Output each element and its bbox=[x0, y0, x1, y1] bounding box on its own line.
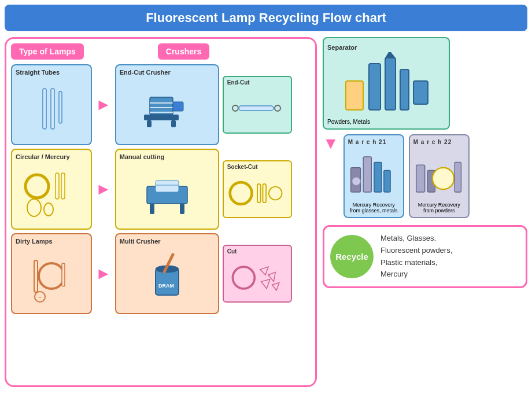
march21-icon bbox=[348, 146, 400, 202]
recycle-plastic: Plastic materials, bbox=[380, 258, 437, 267]
straight-tubes-icon bbox=[16, 77, 87, 141]
svg-rect-33 bbox=[156, 269, 179, 295]
svg-rect-43 bbox=[369, 64, 380, 110]
svg-point-27 bbox=[269, 186, 282, 200]
straight-tubes-label: Straight Tubes bbox=[16, 69, 60, 76]
separator-label: Separator bbox=[327, 44, 357, 51]
row-circular: Circular / Mercury bbox=[11, 149, 311, 230]
svg-marker-47 bbox=[385, 52, 396, 58]
svg-rect-42 bbox=[346, 81, 363, 110]
separator-sublabel: Powders, Metals bbox=[327, 119, 370, 125]
row-straight-tubes: Straight Tubes ► End-Cut Crusher bbox=[11, 64, 311, 145]
multi-crusher-icon: DRAM bbox=[120, 246, 215, 310]
recycle-items: Metals, Glasses, Fluorescent powders, Pl… bbox=[380, 233, 452, 281]
sub-cut: Cut bbox=[223, 245, 292, 303]
svg-rect-22 bbox=[156, 181, 179, 192]
svg-rect-30 bbox=[62, 263, 65, 286]
left-section: Type of Lamps Crushers Straight Tubes ► bbox=[5, 37, 317, 387]
cut-icon bbox=[227, 256, 287, 299]
crusher-manual: Manual cutting bbox=[115, 149, 219, 230]
main-container: Fluorescent Lamp Recycling Flow chart Ty… bbox=[0, 0, 532, 394]
svg-rect-4 bbox=[144, 115, 179, 120]
circular-label: Circular / Mercury bbox=[16, 153, 70, 160]
end-cut-crusher-icon bbox=[120, 77, 215, 141]
march22-icon bbox=[413, 146, 465, 202]
lamp-straight-tubes: Straight Tubes bbox=[11, 64, 92, 145]
lamps-header: Type of Lamps bbox=[11, 43, 84, 60]
dirty-lamps-label: Dirty Lamps bbox=[16, 238, 53, 245]
content-area: Type of Lamps Crushers Straight Tubes ► bbox=[5, 37, 527, 387]
svg-rect-28 bbox=[34, 260, 38, 292]
recycle-label: Recycle bbox=[335, 252, 368, 262]
svg-rect-6 bbox=[171, 120, 176, 127]
sub-socket-cut: Socket-Cut bbox=[223, 160, 292, 218]
lamp-dirty: Dirty Lamps ~ bbox=[11, 233, 92, 314]
svg-point-14 bbox=[25, 175, 49, 198]
arrow-1: ► bbox=[95, 95, 112, 114]
right-section: Separator Powders, Met bbox=[323, 37, 527, 387]
svg-rect-46 bbox=[413, 81, 428, 104]
recycle-metals: Metals, Glasses, bbox=[380, 234, 436, 242]
march22-box: M a r c h 22 Mercury Recovery from powde… bbox=[409, 134, 470, 218]
socket-cut-label: Socket-Cut bbox=[227, 164, 258, 170]
march21-box: M a r c h 21 Mercury Recovery from glass… bbox=[343, 134, 404, 218]
separator-box: Separator Powders, Met bbox=[323, 37, 450, 130]
title-bar: Fluorescent Lamp Recycling Flow chart bbox=[5, 5, 527, 31]
svg-point-11 bbox=[232, 105, 238, 111]
svg-text:DRAM: DRAM bbox=[158, 283, 174, 289]
svg-rect-5 bbox=[147, 120, 152, 127]
svg-rect-56 bbox=[455, 162, 461, 192]
sub-end-cut: End-Cut bbox=[223, 76, 292, 134]
march21-label: M a r c h 21 bbox=[348, 139, 400, 145]
manual-cutting-label: Manual cutting bbox=[120, 153, 165, 160]
svg-marker-38 bbox=[260, 267, 268, 275]
recycle-circle: Recycle bbox=[330, 235, 374, 278]
separator-icon bbox=[327, 52, 445, 116]
crusher-multi: Multi Crusher DRAM bbox=[115, 233, 219, 314]
end-cut-crusher-label: End-Cut Crusher bbox=[120, 69, 171, 76]
svg-point-52 bbox=[352, 176, 360, 185]
svg-rect-50 bbox=[374, 162, 382, 192]
socket-cut-icon bbox=[227, 171, 287, 215]
svg-rect-49 bbox=[363, 157, 371, 192]
svg-rect-25 bbox=[257, 183, 261, 202]
crusher-end-cut: End-Cut Crusher bbox=[115, 64, 219, 145]
end-cut-tube-icon bbox=[227, 87, 287, 130]
arrow-3: ► bbox=[95, 264, 112, 283]
march22-sublabel: Mercury Recovery from powders bbox=[413, 202, 465, 213]
svg-rect-16 bbox=[61, 173, 65, 199]
svg-rect-15 bbox=[56, 173, 59, 199]
svg-rect-45 bbox=[400, 69, 409, 110]
recycle-powders: Fluorescent powders, bbox=[380, 246, 452, 255]
dirty-lamps-icon: ~ bbox=[16, 246, 87, 310]
svg-rect-51 bbox=[384, 170, 390, 192]
svg-point-24 bbox=[230, 182, 252, 204]
svg-point-29 bbox=[39, 263, 64, 289]
svg-point-17 bbox=[27, 199, 41, 216]
recycle-box: Recycle Metals, Glasses, Fluorescent pow… bbox=[323, 225, 527, 288]
arrow-down: ▼ bbox=[323, 134, 339, 153]
page-title: Fluorescent Lamp Recycling Flow chart bbox=[5, 10, 527, 25]
svg-marker-40 bbox=[261, 279, 269, 288]
recycle-mercury: Mercury bbox=[380, 270, 408, 278]
svg-text:~: ~ bbox=[38, 294, 41, 300]
manual-cutting-icon bbox=[120, 161, 215, 225]
svg-rect-10 bbox=[173, 102, 183, 111]
svg-rect-0 bbox=[43, 89, 46, 129]
svg-point-13 bbox=[275, 105, 280, 111]
multi-crusher-label: Multi Crusher bbox=[120, 238, 161, 245]
crushers-header: Crushers bbox=[158, 43, 209, 60]
svg-point-18 bbox=[44, 203, 53, 216]
left-header: Type of Lamps Crushers bbox=[11, 43, 311, 60]
svg-rect-1 bbox=[51, 89, 54, 129]
cut-label: Cut bbox=[227, 248, 237, 255]
end-cut-label: End-Cut bbox=[227, 79, 250, 86]
svg-rect-53 bbox=[416, 165, 424, 192]
svg-rect-44 bbox=[385, 58, 396, 110]
svg-rect-2 bbox=[59, 91, 62, 123]
march21-sublabel: Mercury Recovery from glasses, metals bbox=[348, 202, 400, 213]
svg-point-37 bbox=[232, 267, 254, 289]
svg-rect-26 bbox=[263, 183, 266, 202]
lamp-circular: Circular / Mercury bbox=[11, 149, 92, 230]
circular-icon bbox=[16, 161, 87, 225]
